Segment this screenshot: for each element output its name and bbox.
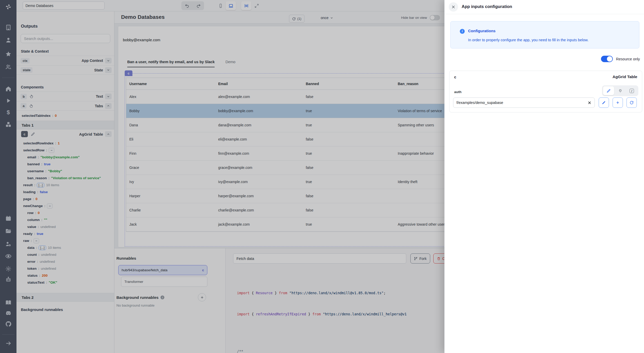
plug-icon — [618, 89, 622, 93]
static-mode-button[interactable] — [603, 86, 614, 95]
add-resource-button[interactable] — [613, 97, 623, 108]
resource-input[interactable]: f/examples/demo_supabase — [453, 97, 595, 108]
auth-field-label: auth — [454, 90, 462, 94]
eval-mode-button[interactable]: f — [626, 86, 637, 95]
refresh-resource-button[interactable] — [626, 97, 637, 108]
app-inputs-drawer: App inputs configuration i Configuration… — [444, 0, 644, 353]
plus-icon — [616, 101, 620, 105]
component-type: AgGrid Table — [613, 75, 637, 79]
drawer-backdrop[interactable] — [0, 0, 444, 353]
resource-only-toggle[interactable] — [601, 56, 613, 62]
resource-value: f/examples/demo_supabase — [456, 101, 588, 105]
component-id: c — [454, 75, 456, 79]
pencil-icon — [602, 101, 606, 105]
resource-only-label: Resource only — [616, 57, 640, 61]
component-input-card: c AgGrid Table f auth f/examples/demo_su… — [449, 71, 642, 112]
drawer-title: App inputs configuration — [462, 4, 512, 9]
info-icon: i — [460, 29, 465, 34]
input-mode-segmented-control: f — [602, 85, 638, 96]
function-icon: f — [630, 89, 634, 93]
edit-resource-button[interactable] — [599, 97, 609, 108]
clear-value-icon[interactable] — [588, 101, 591, 105]
connect-mode-button[interactable] — [615, 86, 626, 95]
close-icon[interactable] — [449, 2, 458, 12]
alert-body: In order to properly configure the app, … — [468, 38, 589, 42]
divider — [445, 14, 644, 14]
configurations-alert: i Configurations In order to properly co… — [450, 21, 639, 48]
refresh-icon — [630, 101, 634, 105]
pencil-icon — [607, 89, 611, 93]
alert-title: Configurations — [468, 29, 496, 33]
resource-only-control: Resource only — [601, 56, 640, 62]
